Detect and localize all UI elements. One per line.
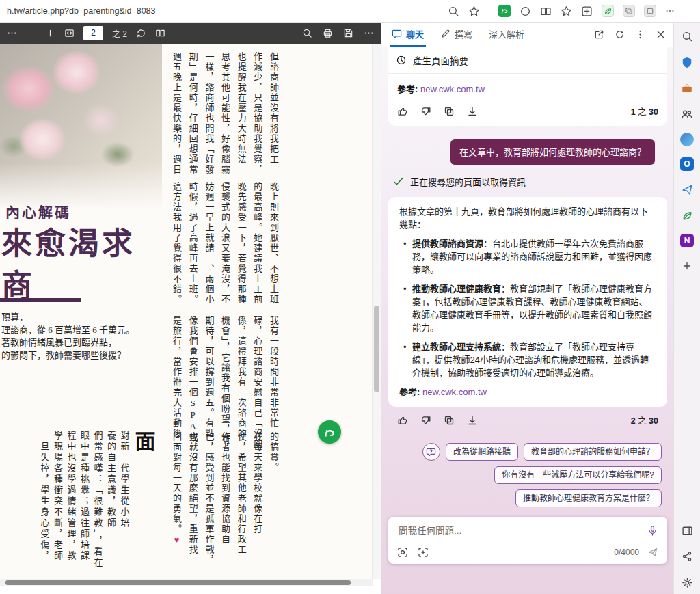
address-bar-url[interactable]: h.tw/article.php?db=parenting&id=8083 [7, 6, 156, 16]
copy-button[interactable] [444, 415, 455, 426]
extension-button[interactable] [623, 5, 635, 17]
printer-icon [323, 28, 333, 38]
pdf-horizontal-scrollbar[interactable] [0, 579, 373, 586]
summary-prompt-row[interactable]: 產生頁面摘要 [388, 47, 667, 74]
rail-share-button[interactable] [679, 549, 695, 564]
rail-onenote-button[interactable]: N [680, 234, 694, 247]
download-icon [467, 106, 478, 117]
rail-add-button[interactable] [679, 258, 695, 273]
evernote-clipper-button[interactable] [318, 420, 341, 444]
zoom-in-button[interactable] [45, 28, 55, 38]
tab-insights[interactable]: 深入解析 [487, 22, 526, 47]
green-extension-button[interactable] [602, 5, 614, 17]
thumbs-down-button[interactable] [420, 415, 431, 426]
scrollbar-thumb[interactable] [5, 580, 351, 585]
pdf-toolbar-right [302, 28, 374, 38]
feedback-row-2: 2 之 30 [388, 407, 667, 433]
answer-card: 根據文章的第十九頁，教育部將如何處理教師的心理諮商有以下幾點： 提供教師諮商資源… [388, 197, 667, 407]
reference-link[interactable]: new.cwk.com.tw [420, 84, 485, 94]
suggestion-chip[interactable]: 改為從網路接聽 [446, 443, 518, 461]
pdf-search-button[interactable] [302, 28, 312, 38]
rotate-icon [136, 28, 146, 38]
article-column: 晚先感受一下，若覺得那種 [233, 182, 250, 305]
rail-settings-button[interactable] [679, 575, 695, 590]
rail-panel-button[interactable] [679, 523, 695, 538]
input-right-group: 0/4000 [614, 547, 658, 558]
counter-of: 之 [638, 107, 647, 117]
share-icon [682, 551, 692, 562]
pdf-overflow-button[interactable] [364, 28, 374, 38]
pdf-viewer-pane: 之 2 內心解碼 來愈渴求 商 預算， 理諮商，從 6 百萬增至 6 千萬元。 … [0, 22, 381, 594]
suggestion-chip[interactable]: 推動教師心理健康教育方案是什麼？ [515, 489, 662, 507]
chat-input-card: 0/4000 [388, 517, 667, 564]
pdf-menu-button[interactable] [7, 28, 17, 38]
plus-icon [45, 28, 55, 38]
chip-row: 推動教師心理健康教育方案是什麼？ [515, 489, 662, 507]
collections-button[interactable] [561, 5, 572, 17]
rotate-button[interactable] [136, 28, 146, 38]
rail-leaf-button[interactable] [679, 208, 695, 223]
page-layout-button[interactable] [155, 28, 165, 38]
article-column: 我有一段時間非常非常忙 [265, 316, 282, 449]
send-button[interactable] [647, 547, 658, 558]
extension-button-2[interactable] [644, 5, 656, 17]
zoom-out-button[interactable] [26, 28, 36, 38]
open-in-window-button[interactable] [594, 29, 604, 40]
select-region-button[interactable] [418, 547, 429, 558]
rail-search-button[interactable] [679, 29, 695, 44]
export-button[interactable] [467, 106, 478, 117]
rail-outlook-button[interactable]: O [680, 157, 694, 171]
suggestion-chip[interactable]: 你有沒有一些減壓方法可以分享給我們呢? [494, 466, 662, 484]
scrollbar-thumb[interactable] [374, 306, 379, 392]
summary-prompt-label: 產生頁面摘要 [413, 53, 468, 67]
chat-input[interactable] [397, 525, 641, 537]
copy-button[interactable] [444, 106, 455, 117]
export-button[interactable] [467, 415, 478, 426]
article-column-group-1: 但諮商師並沒有將我把工 作減少，只是協助我覺察， 也提醒我在壓力大時無法 思考其… [168, 52, 282, 175]
thumbs-down-button[interactable] [420, 106, 431, 117]
rail-m365-button[interactable] [680, 133, 694, 146]
split-screen-button[interactable] [540, 5, 552, 17]
rail-shield-button[interactable] [679, 55, 695, 70]
outlook-icon: O [684, 159, 690, 169]
counter-total: 30 [649, 416, 658, 426]
close-panel-button[interactable] [656, 29, 666, 40]
tab-chat[interactable]: 聊天 [390, 22, 426, 47]
favorite-button[interactable] [468, 5, 480, 17]
pdf-vertical-scrollbar[interactable] [372, 44, 381, 579]
suggestion-chip[interactable]: 教育部的心理諮詢服務如何申請？ [524, 443, 662, 461]
rail-toolbox-button[interactable] [679, 81, 695, 96]
article-column: 是旅行，當作辦完大活動後 [168, 316, 185, 449]
mic-button[interactable] [647, 525, 658, 537]
response-counter: 1 之 30 [631, 105, 658, 118]
rail-drop-button[interactable] [679, 182, 695, 197]
article-headline-line1: 來愈渴求 [1, 219, 135, 263]
screenshot-button[interactable] [397, 547, 408, 558]
article-column: 己，感受到並不是孤軍作戰， [201, 432, 217, 565]
chrome-actions [448, 5, 700, 17]
evernote-extension-button[interactable] [498, 5, 511, 17]
save-button[interactable] [343, 28, 353, 38]
browser-more-button[interactable] [665, 6, 675, 16]
reference-label: 參考: [397, 84, 418, 94]
crop-select-icon [418, 547, 429, 558]
reference-link[interactable]: new.cwk.com.tw [422, 387, 487, 397]
zoom-button[interactable] [448, 5, 459, 17]
article-column: 也就沒有那麼絕望，重新找 [185, 432, 201, 565]
refresh-button[interactable] [615, 29, 625, 40]
thumbs-up-button[interactable] [397, 106, 408, 117]
article-column: 作減少，只是協助我覺察， [250, 52, 266, 175]
fit-width-button[interactable] [64, 28, 75, 38]
rail-people-button[interactable] [679, 107, 695, 122]
thumbs-up-button[interactable] [397, 415, 408, 426]
chip-row: 改為從網路接聽 教育部的心理諮詢服務如何申請？ [422, 443, 662, 461]
suggestion-bubble-button[interactable] [422, 443, 440, 461]
add-extension-button[interactable] [581, 5, 593, 17]
article-column: 的犒賞。 [265, 432, 282, 565]
tab-compose[interactable]: 撰寫 [438, 22, 474, 47]
page-number-input[interactable] [83, 26, 103, 40]
panel-menu-button[interactable] [635, 29, 645, 40]
extension-circle-button[interactable] [520, 5, 531, 17]
article-column: 學現場各種衝突不斷，老師 [51, 431, 65, 569]
print-button[interactable] [323, 28, 333, 38]
